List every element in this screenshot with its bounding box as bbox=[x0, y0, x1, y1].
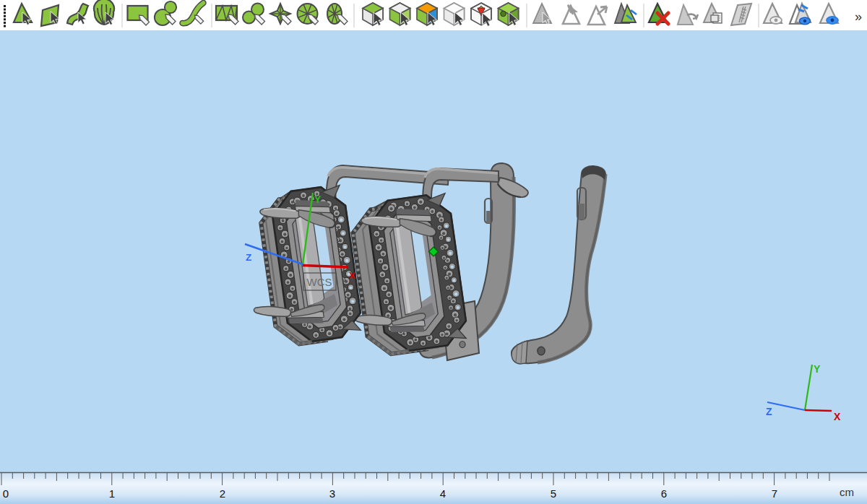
svg-text:X: X bbox=[349, 270, 355, 281]
svg-text:»: » bbox=[855, 9, 862, 24]
svg-text:WCS: WCS bbox=[307, 276, 332, 288]
svg-text:2: 2 bbox=[220, 487, 225, 500]
svg-text:1: 1 bbox=[109, 487, 115, 500]
svg-text:Z: Z bbox=[246, 252, 251, 263]
svg-text:4: 4 bbox=[440, 487, 446, 500]
svg-text:Y: Y bbox=[314, 194, 322, 205]
svg-text:5: 5 bbox=[551, 487, 556, 500]
svg-text:6: 6 bbox=[661, 487, 667, 500]
svg-text:7: 7 bbox=[772, 487, 777, 500]
svg-text:0: 0 bbox=[3, 487, 9, 500]
svg-text:Z: Z bbox=[766, 406, 772, 417]
svg-text:cm: cm bbox=[840, 486, 854, 498]
svg-text:X: X bbox=[834, 411, 841, 422]
svg-text:3: 3 bbox=[329, 487, 335, 500]
svg-text:Y: Y bbox=[814, 363, 821, 375]
